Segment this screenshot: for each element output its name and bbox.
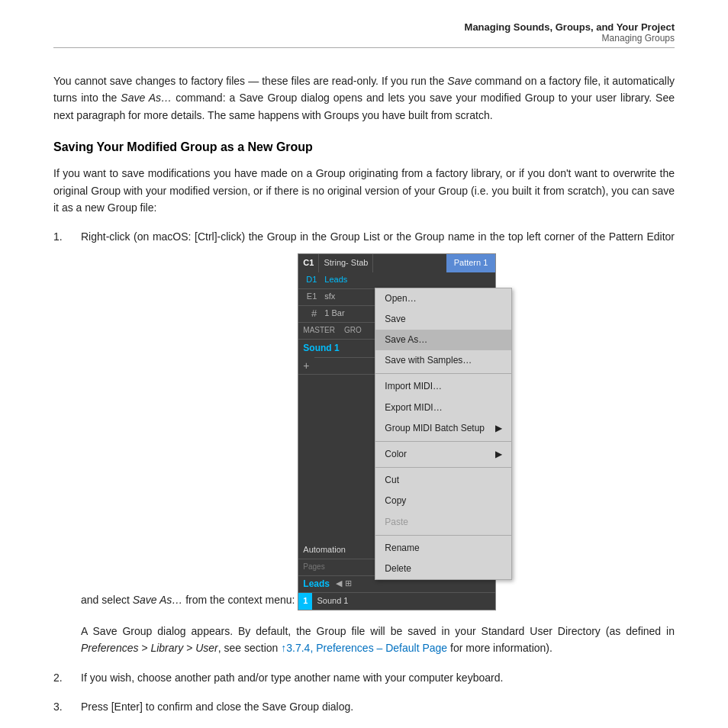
ctx-separator-3 xyxy=(375,467,511,468)
section-para: If you want to save modifications you ha… xyxy=(53,165,675,216)
step-2: 2. If you wish, choose another path and/… xyxy=(53,669,675,686)
ctx-import-midi[interactable]: Import MIDI… xyxy=(375,376,511,397)
ctx-color[interactable]: Color ▶ xyxy=(375,444,511,465)
step-1: 1. Right-click (on macOS: [Ctrl]-click) … xyxy=(53,228,675,610)
ctx-save-as[interactable]: Save As… xyxy=(375,330,511,350)
page-header: Managing Sounds, Groups, and Your Projec… xyxy=(465,21,675,43)
step-2-content: If you wish, choose another path and/or … xyxy=(81,669,675,686)
ctx-export-midi[interactable]: Export MIDI… xyxy=(375,398,511,418)
intro-paragraph: You cannot save changes to factory files… xyxy=(53,72,675,124)
daw-d1-name: Leads xyxy=(321,273,347,287)
daw-e1-id: E1 xyxy=(298,290,321,304)
step-1-number: 1. xyxy=(53,228,72,610)
daw-pages-label: Pages xyxy=(298,561,329,573)
ctx-rename[interactable]: Rename xyxy=(375,538,511,559)
ctx-batch-setup[interactable]: Group MIDI Batch Setup ▶ xyxy=(375,418,511,439)
daw-e1-name: sfx xyxy=(321,290,335,304)
daw-num-cell: 1 xyxy=(298,593,312,610)
daw-group-name: String- Stab xyxy=(319,254,373,272)
daw-speaker-icon: ◀ xyxy=(334,577,343,591)
daw-hash-id: # xyxy=(298,306,321,322)
ctx-paste[interactable]: Paste xyxy=(375,512,511,533)
daw-sound-name-bottom: Sound 1 xyxy=(312,594,353,608)
ctx-batch-arrow: ▶ xyxy=(495,421,502,436)
daw-automation-label: Automation xyxy=(298,543,350,557)
ctx-save[interactable]: Save xyxy=(375,309,511,330)
section-heading: Saving Your Modified Group as a New Grou… xyxy=(53,140,675,154)
daw-c1-cell: C1 xyxy=(298,254,319,272)
daw-d1-row: D1 Leads xyxy=(298,272,495,289)
header-subtitle: Managing Groups xyxy=(465,33,675,43)
daw-d1-id: D1 xyxy=(298,273,321,287)
daw-hash-name: 1 Bar xyxy=(321,307,344,321)
context-menu: Open… Save Save As… Save with Samples… I… xyxy=(375,288,512,580)
step-1-content: Right-click (on macOS: [Ctrl]-click) the… xyxy=(81,228,675,610)
daw-sound-label: Sound 1 xyxy=(298,341,343,356)
save-group-note: A Save Group dialog appears. By default,… xyxy=(81,623,675,657)
preferences-link[interactable]: ↑3.7.4, Preferences – Default Page xyxy=(281,642,447,654)
header-title: Managing Sounds, Groups, and Your Projec… xyxy=(465,21,675,33)
ctx-open[interactable]: Open… xyxy=(375,288,511,309)
ctx-cut[interactable]: Cut xyxy=(375,470,511,491)
header-divider xyxy=(53,47,675,48)
step-2-number: 2. xyxy=(53,669,72,686)
daw-pattern-label: Pattern 1 xyxy=(446,254,496,272)
ctx-save-samples[interactable]: Save with Samples… xyxy=(375,350,511,371)
step-3-number: 3. xyxy=(53,698,72,715)
daw-number-row: 1 Sound 1 xyxy=(298,593,495,610)
ctx-separator-4 xyxy=(375,535,511,536)
step-3-content: Press [Enter] to confirm and close the S… xyxy=(81,698,675,715)
steps-list: 1. Right-click (on macOS: [Ctrl]-click) … xyxy=(53,228,675,715)
step-3: 3. Press [Enter] to confirm and close th… xyxy=(53,698,675,715)
ctx-color-arrow: ▶ xyxy=(495,447,502,462)
ctx-copy[interactable]: Copy xyxy=(375,491,511,511)
daw-plus-icon: + xyxy=(298,357,314,374)
daw-grid-icon: ⊞ xyxy=(343,577,353,591)
daw-top-bar: C1 String- Stab Pattern 1 xyxy=(298,254,495,272)
daw-master-label: MASTER xyxy=(298,324,340,337)
daw-screenshot: C1 String- Stab Pattern 1 D1 Leads E1 sf… xyxy=(298,253,496,610)
daw-leads-name: Leads xyxy=(298,577,334,591)
daw-grp-label: GRO xyxy=(340,324,366,337)
ctx-delete[interactable]: Delete xyxy=(375,559,511,579)
ctx-separator-1 xyxy=(375,373,511,374)
ctx-separator-2 xyxy=(375,441,511,442)
